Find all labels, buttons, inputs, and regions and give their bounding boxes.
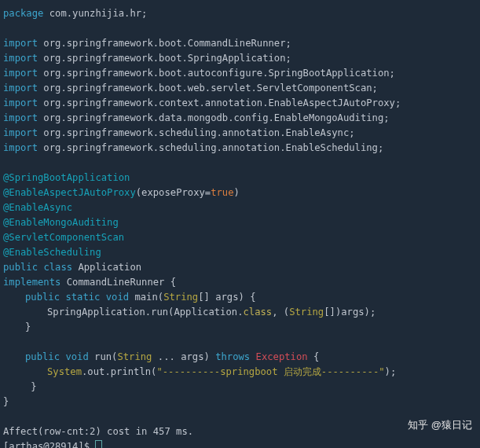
annotation-line: @EnableMongoAuditing (3, 215, 477, 230)
package-keyword: package (3, 8, 43, 19)
blank-line (3, 156, 477, 171)
exception-type: Exception (256, 351, 308, 362)
implements-keyword: implements (3, 277, 60, 288)
import-line: import org.springframework.boot.SpringAp… (3, 51, 477, 66)
import-line: import org.springframework.boot.CommandL… (3, 36, 477, 51)
varargs: ... args) (152, 351, 215, 362)
import-keyword: import (3, 142, 38, 153)
annotation-line: @EnableScheduling (3, 245, 477, 260)
class-decl-line: public class Application (3, 260, 477, 275)
annotation-line: @EnableAspectJAutoProxy(exposeProxy=true… (3, 185, 477, 200)
implements-line: implements CommandLineRunner { (3, 275, 477, 290)
annotation: @EnableAspectJAutoProxy (3, 187, 136, 198)
brace-close: } (3, 320, 477, 335)
blank-line (3, 335, 477, 350)
class-keyword: class (43, 262, 72, 273)
paren-close: ) (234, 187, 240, 198)
brace-close: } (3, 380, 477, 395)
import-line: import org.springframework.context.annot… (3, 96, 477, 111)
void-keyword: void (65, 351, 88, 362)
import-path: org.springframework.boot.CommandLineRunn… (38, 38, 291, 49)
public-keyword: public (3, 262, 38, 273)
run-call-b: , ( (272, 307, 289, 318)
cursor-icon (95, 440, 102, 449)
run-call-c: [])args); (324, 307, 376, 318)
interface-name: CommandLineRunner { (60, 277, 176, 288)
import-path: org.springframework.context.annotation.E… (38, 97, 401, 108)
public-keyword: public (25, 292, 60, 303)
string-type: String (117, 351, 152, 362)
run-call-a: SpringApplication.run(Application. (47, 307, 243, 318)
main-name: main( (129, 292, 163, 303)
annotation: @SpringBootApplication (3, 172, 130, 183)
void-keyword: void (106, 292, 129, 303)
import-path: org.springframework.scheduling.annotatio… (38, 142, 383, 153)
annotation-line: @SpringBootApplication (3, 171, 477, 185)
blank-line (3, 21, 477, 36)
import-line: import org.springframework.scheduling.an… (3, 126, 477, 141)
import-path: org.springframework.scheduling.annotatio… (38, 127, 355, 138)
string-literal: "----------springboot 启动完成----------" (156, 366, 384, 377)
affect-line: Affect(row-cnt:2) cost in 457 ms. (3, 424, 477, 439)
import-line: import org.springframework.scheduling.an… (3, 141, 477, 156)
system-var: System (47, 366, 82, 377)
annotation-line: @ServletComponentScan (3, 230, 477, 245)
watermark: 知乎 @猿日记 (408, 417, 472, 432)
prompt-line[interactable]: [arthas@28914]$ (3, 439, 477, 448)
import-line: import org.springframework.boot.web.serv… (3, 81, 477, 96)
import-keyword: import (3, 53, 38, 64)
public-keyword: public (25, 351, 60, 362)
class-literal: class (243, 307, 272, 318)
package-line: package com.yunzhijia.hr; (3, 6, 477, 21)
import-keyword: import (3, 83, 38, 94)
annotation-args: (exposeProxy= (136, 187, 211, 198)
import-keyword: import (3, 68, 38, 79)
main-args: [] args) { (198, 292, 255, 303)
import-keyword: import (3, 97, 38, 108)
import-path: org.springframework.boot.SpringApplicati… (38, 53, 291, 64)
string-type: String (163, 292, 198, 303)
shell-prompt: [arthas@28914]$ (3, 441, 95, 448)
run-call-line: SpringApplication.run(Application.class,… (3, 305, 477, 320)
annotation: @ServletComponentScan (3, 232, 124, 243)
println-line: System.out.println("----------springboot… (3, 365, 477, 380)
main-sig-line: public static void main(String[] args) { (3, 290, 477, 305)
import-keyword: import (3, 127, 38, 138)
import-path: org.springframework.data.mongodb.config.… (38, 112, 390, 123)
import-line: import org.springframework.boot.autoconf… (3, 66, 477, 81)
annotation: @EnableMongoAuditing (3, 217, 119, 228)
package-name: com.yunzhijia.hr; (43, 8, 147, 19)
import-keyword: import (3, 38, 38, 49)
import-line: import org.springframework.data.mongodb.… (3, 111, 477, 126)
annotation-line: @EnableAsync (3, 200, 477, 215)
run-name: run( (89, 351, 118, 362)
throws-keyword: throws (215, 351, 250, 362)
println-pre: .out.println( (82, 366, 156, 377)
blank-line (3, 409, 477, 424)
true-literal: true (211, 187, 233, 198)
string-type: String (289, 307, 324, 318)
open-brace: { (308, 351, 320, 362)
class-name: Application (72, 262, 141, 273)
import-keyword: import (3, 112, 38, 123)
brace-close: } (3, 395, 477, 409)
import-path: org.springframework.boot.autoconfigure.S… (38, 68, 395, 79)
annotation: @EnableAsync (3, 202, 72, 213)
annotation: @EnableScheduling (3, 247, 101, 258)
println-post: ); (385, 366, 397, 377)
static-keyword: static (65, 292, 100, 303)
import-path: org.springframework.boot.web.servlet.Ser… (38, 83, 378, 94)
run-sig-line: public void run(String ... args) throws … (3, 350, 477, 365)
